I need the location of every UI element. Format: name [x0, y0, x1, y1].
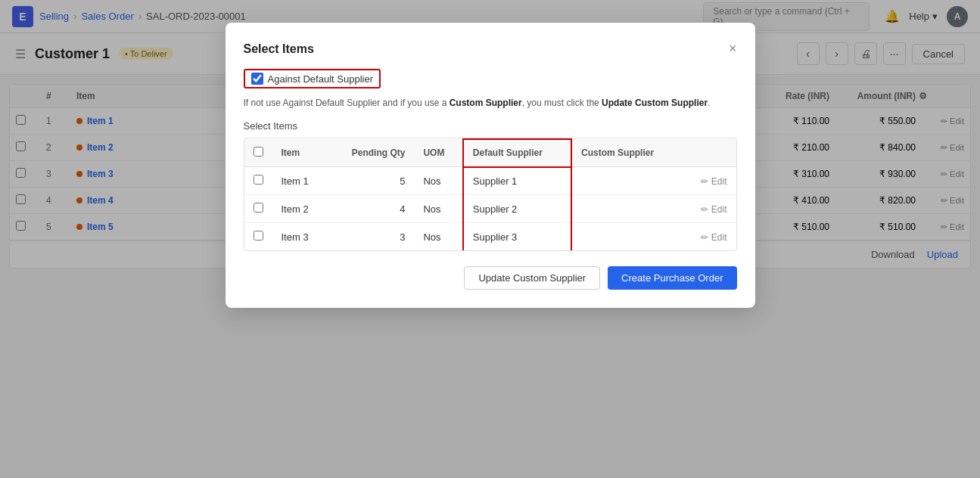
row-uom: Nos: [414, 195, 462, 223]
row-item-name: Item 1: [272, 167, 328, 195]
th-pending-qty: Pending Qty: [328, 139, 415, 167]
row-uom: Nos: [414, 223, 462, 251]
row-uom: Nos: [414, 167, 462, 195]
info-text: If not use Against Default Supplier and …: [244, 96, 737, 110]
select-items-modal: Select Items × Against Default Supplier …: [226, 23, 755, 308]
row-pending-qty: 3: [328, 223, 415, 251]
list-item: Item 3 3 Nos Supplier 3 ✏ Edit: [244, 223, 736, 251]
row-edit-action[interactable]: ✏ Edit: [683, 223, 736, 251]
row-edit-action[interactable]: ✏ Edit: [683, 167, 736, 195]
against-default-supplier-label[interactable]: Against Default Supplier: [268, 73, 373, 85]
item-checkbox[interactable]: [254, 175, 263, 185]
th-custom-supplier: Custom Supplier: [571, 139, 683, 167]
row-edit-action[interactable]: ✏ Edit: [683, 195, 736, 223]
modal-title: Select Items: [244, 42, 314, 56]
row-pending-qty: 4: [328, 195, 415, 223]
row-default-supplier: Supplier 1: [463, 167, 571, 195]
row-default-supplier: Supplier 2: [463, 195, 571, 223]
row-check-cell[interactable]: [244, 167, 272, 195]
row-custom-supplier: [571, 223, 683, 251]
th-action: [683, 139, 736, 167]
modal-close-button[interactable]: ×: [729, 41, 737, 57]
items-table-body: Item 1 5 Nos Supplier 1 ✏ Edit Item 2 4 …: [244, 167, 736, 251]
item-checkbox[interactable]: [254, 203, 263, 213]
row-check-cell[interactable]: [244, 195, 272, 223]
select-all-checkbox[interactable]: [254, 147, 263, 157]
th-uom: UOM: [414, 139, 462, 167]
select-items-label: Select Items: [244, 120, 737, 132]
update-custom-supplier-button[interactable]: Update Custom Supplier: [464, 266, 600, 290]
row-check-cell[interactable]: [244, 223, 272, 251]
item-checkbox[interactable]: [254, 231, 263, 241]
th-item: Item: [272, 139, 328, 167]
row-custom-supplier: [571, 167, 683, 195]
th-default-supplier: Default Supplier: [463, 139, 571, 167]
row-default-supplier: Supplier 3: [463, 223, 571, 251]
against-default-supplier-wrapper: Against Default Supplier: [244, 69, 381, 88]
th-check: [244, 139, 272, 167]
create-purchase-order-button[interactable]: Create Purchase Order: [608, 266, 736, 290]
row-item-name: Item 2: [272, 195, 328, 223]
list-item: Item 1 5 Nos Supplier 1 ✏ Edit: [244, 167, 736, 195]
list-item: Item 2 4 Nos Supplier 2 ✏ Edit: [244, 195, 736, 223]
row-custom-supplier: [571, 195, 683, 223]
against-default-supplier-checkbox[interactable]: [251, 73, 263, 85]
row-item-name: Item 3: [272, 223, 328, 251]
items-table: Item Pending Qty UOM Default Supplier Cu…: [244, 138, 736, 250]
items-table-wrapper: Item Pending Qty UOM Default Supplier Cu…: [244, 138, 737, 251]
row-pending-qty: 5: [328, 167, 415, 195]
